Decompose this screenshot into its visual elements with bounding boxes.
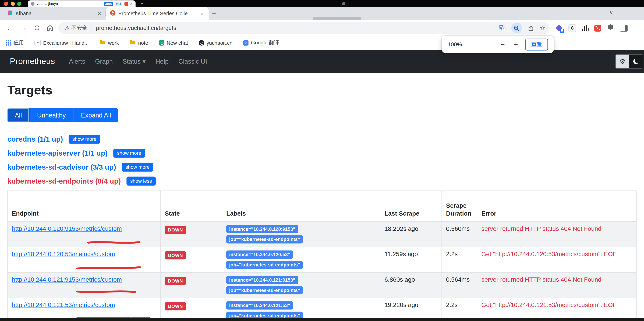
browser-tab[interactable]: Prometheus Time Series Colle...× <box>106 7 209 20</box>
share-icon[interactable] <box>528 25 534 31</box>
screen: yuanlaijiaoyu 3ms HD × + Kibana×Promethe… <box>0 0 644 321</box>
zoom-highlight <box>511 22 522 33</box>
moon-icon <box>633 59 639 64</box>
macos-window-controls <box>4 1 21 5</box>
last-scrape-cell: 18.202s ago <box>380 222 442 247</box>
prometheus-brand[interactable]: Prometheus <box>10 57 55 66</box>
apps-shortcut[interactable]: 应用 <box>6 39 24 46</box>
browser-tab[interactable]: Kibana× <box>3 7 106 20</box>
error-cell: server returned HTTP status 404 Not Foun… <box>477 272 636 298</box>
bookmark-item[interactable]: work <box>99 40 119 46</box>
zoom-out-button[interactable]: − <box>501 41 505 48</box>
targets-page: Targets AllUnhealthyExpand All coredns (… <box>0 83 644 321</box>
extensions-puzzle-icon[interactable] <box>607 23 614 32</box>
bookmark-item[interactable]: note <box>130 40 148 46</box>
folder-icon <box>99 40 106 46</box>
labels-cell: instance="10.244.0.120:53"job="kubernete… <box>222 247 380 272</box>
scrape-duration-cell: 0.560ms <box>442 222 477 247</box>
new-tab-icon[interactable]: + <box>140 1 144 6</box>
label-badge[interactable]: job="kubernetes-sd-endpoints" <box>226 235 303 244</box>
group-name-link[interactable]: kubernetes-sd-cadvisor (3/3 up) <box>7 163 116 171</box>
label-badge[interactable]: instance="10.244.0.120:9153" <box>226 225 298 233</box>
zoom-indicator-icon[interactable] <box>511 22 522 33</box>
label-badge[interactable]: instance="10.244.0.121:9153" <box>226 276 298 284</box>
back-button[interactable]: ← <box>7 24 14 31</box>
table-row: http://10.244.0.120:9153/metrics/customD… <box>8 222 636 247</box>
record-icon <box>124 2 128 5</box>
audio-wave-extension-icon[interactable] <box>582 25 588 31</box>
bookmark-label: New chat <box>167 40 188 46</box>
column-header: Labels <box>222 191 380 222</box>
new-tab-button[interactable]: + <box>212 10 216 17</box>
translate-icon[interactable]: 文A <box>499 25 506 31</box>
tab-close-icon[interactable]: × <box>200 10 205 16</box>
zoom-in-button[interactable]: + <box>514 41 518 48</box>
filter-button-expand-all[interactable]: Expand All <box>74 108 118 122</box>
group-name-link[interactable]: coredns (1/1 up) <box>7 135 63 143</box>
labels-cell: instance="10.244.0.121:9153"job="kuberne… <box>222 272 380 298</box>
forward-button[interactable]: → <box>20 24 27 31</box>
window-minimize-button[interactable] <box>11 1 15 5</box>
extension-icon[interactable]: 5 <box>555 24 563 32</box>
nav-item-alerts[interactable]: Alerts <box>64 58 90 65</box>
tab-close-icon[interactable]: × <box>97 10 102 16</box>
group-name-link[interactable]: kubernetes-apiserver (1/1 up) <box>7 149 108 157</box>
dice-extension-icon[interactable] <box>594 24 601 31</box>
last-scrape-cell: 11.259s ago <box>380 247 442 272</box>
nav-item-classic-ui[interactable]: Classic UI <box>174 58 212 65</box>
bookmark-label: note <box>138 40 148 46</box>
endpoint-link[interactable]: http://10.244.0.120:53/metrics/custom <box>12 250 115 257</box>
nav-item-graph[interactable]: Graph <box>90 58 118 65</box>
endpoint-link[interactable]: http://10.244.0.121:9153/metrics/custom <box>12 276 122 283</box>
bookmark-star-icon[interactable]: ☆ <box>540 24 546 32</box>
security-label[interactable]: 不安全 <box>71 24 88 32</box>
background-window-tab[interactable]: yuanlaijiaoyu 3ms HD × <box>28 0 136 7</box>
bookmark-item[interactable]: yuchaoit.cn <box>199 40 232 46</box>
browser-tab-strip: Kibana×Prometheus Time Series Colle...× … <box>0 7 644 20</box>
group-toggle-button[interactable]: show less <box>127 177 156 186</box>
endpoint-cell: http://10.244.0.121:9153/metrics/custom <box>8 272 160 298</box>
window-close-button[interactable] <box>4 1 8 5</box>
column-header: Error <box>477 191 636 222</box>
hd-badge: HD <box>115 1 122 6</box>
red-underline-annotation <box>76 289 137 293</box>
group-toggle-button[interactable]: show more <box>122 163 153 172</box>
filter-button-unhealthy[interactable]: Unhealthy <box>30 108 74 122</box>
nav-item-status[interactable]: Status ▾ <box>118 58 150 65</box>
url-text[interactable]: prometheus.yuchaoit.cn/targets <box>96 25 176 31</box>
red-underline-annotation <box>86 240 141 244</box>
group-toggle-button[interactable]: show more <box>69 135 100 144</box>
target-group-row: kubernetes-sd-endpoints (0/4 up)show les… <box>7 177 636 186</box>
target-group-row: kubernetes-apiserver (1/1 up)show more <box>7 149 636 158</box>
window-zoom-button[interactable] <box>17 1 21 5</box>
speed-badge: 3ms <box>104 1 113 6</box>
zoom-reset-button[interactable]: 重置 <box>525 38 548 50</box>
side-panel-icon[interactable] <box>620 24 628 31</box>
table-row: http://10.244.0.121:53/metrics/customDOW… <box>8 298 636 321</box>
nav-item-help[interactable]: Help <box>150 58 174 65</box>
settings-gear-icon[interactable]: ⚙ <box>616 54 629 68</box>
chevron-down-icon[interactable]: ∨ <box>609 9 613 15</box>
dark-mode-toggle[interactable] <box>629 54 642 68</box>
label-badge[interactable]: instance="10.244.0.120:53" <box>226 250 293 259</box>
bookmark-item[interactable]: 文Google 翻译 <box>243 39 279 46</box>
home-button[interactable] <box>47 25 54 31</box>
address-bar[interactable]: ⚠ 不安全 prometheus.yuchaoit.cn/targets 文A … <box>58 22 550 34</box>
chat-icon <box>159 40 164 46</box>
close-icon[interactable]: × <box>130 1 132 6</box>
filter-button-all[interactable]: All <box>7 108 30 122</box>
extension-badge: 5 <box>560 29 564 33</box>
reload-button[interactable] <box>34 25 40 31</box>
label-badge[interactable]: instance="10.244.0.121:53" <box>226 302 293 310</box>
extension-icon[interactable]: 8 <box>568 24 576 32</box>
label-badge[interactable]: job="kubernetes-sd-endpoints" <box>226 286 303 295</box>
bookmark-item[interactable]: EExcalidraw | Hand... <box>34 40 89 46</box>
label-badge[interactable]: job="kubernetes-sd-endpoints" <box>226 261 303 269</box>
endpoint-link[interactable]: http://10.244.0.121:53/metrics/custom <box>12 302 115 309</box>
target-group-row: coredns (1/1 up)show more <box>7 135 636 144</box>
bookmark-item[interactable]: New chat <box>159 40 188 46</box>
group-toggle-button[interactable]: show more <box>113 149 145 158</box>
endpoint-link[interactable]: http://10.244.0.120:9153/metrics/custom <box>12 225 122 232</box>
group-name-link[interactable]: kubernetes-sd-endpoints (0/4 up) <box>7 177 121 185</box>
minimize-icon[interactable]: — <box>626 9 632 15</box>
